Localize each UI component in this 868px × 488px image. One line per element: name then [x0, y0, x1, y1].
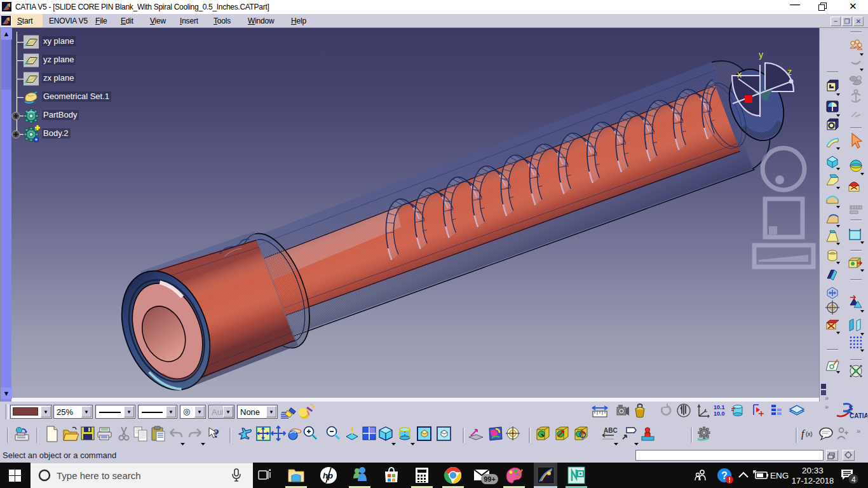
svg-text:10.1: 10.1 [714, 404, 725, 410]
svg-text:z: z [787, 67, 792, 77]
svg-text:S: S [848, 404, 853, 412]
svg-text:x: x [737, 69, 742, 79]
svg-text:y: y [759, 50, 763, 60]
svg-text:10.0: 10.0 [714, 410, 725, 417]
svg-text:CATIA: CATIA [850, 412, 867, 419]
svg-text:4: 4 [851, 475, 856, 484]
svg-text:!: ! [729, 477, 731, 484]
